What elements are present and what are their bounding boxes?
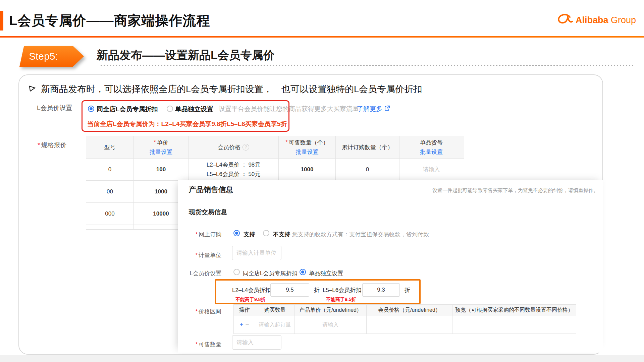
required-mark: * bbox=[195, 252, 198, 258]
dotted-divider bbox=[101, 65, 634, 66]
panel-title: 产品销售信息 bbox=[189, 185, 233, 195]
sellable-qty-input[interactable] bbox=[232, 335, 281, 350]
l5-discount-note: 不能高于9.5折 bbox=[326, 297, 356, 303]
col-price: *单价 批量设置 bbox=[134, 136, 189, 158]
l2-discount-suffix: 折 bbox=[314, 286, 320, 294]
model-cell bbox=[86, 225, 134, 230]
alibaba-mark-icon bbox=[557, 14, 573, 26]
member-price-l5: L5–L6会员价 ： 50元 bbox=[207, 170, 261, 178]
step-banner: Step5: bbox=[19, 46, 84, 67]
panel-warning: 设置一件起批可能导致零售买家下单，为避免不必要的纠纷，请慎重操作。 bbox=[432, 187, 598, 194]
sellable-qty-label: *可售数量 bbox=[178, 341, 221, 348]
col-member-price: 会员价格（元/undefined） bbox=[367, 305, 452, 316]
l2-discount-note: 不能高于9.8折 bbox=[235, 297, 265, 303]
col-member-price: 会员价格? bbox=[189, 136, 279, 158]
col-price-title: *单价 bbox=[154, 139, 168, 146]
spec-table-label: *规格报价 bbox=[38, 141, 66, 149]
batch-set-sellable-link[interactable]: 批量设置 bbox=[296, 148, 319, 156]
title-accent-bar bbox=[0, 11, 3, 31]
unit-label-text: 计量单位 bbox=[199, 252, 221, 258]
learn-more-label[interactable]: 了解更多 bbox=[357, 105, 382, 113]
model-cell: 00 bbox=[86, 181, 134, 202]
unit-price-input[interactable]: 请输入 bbox=[295, 316, 367, 334]
required-mark: * bbox=[38, 141, 40, 148]
col-item-no-label: 单品货号 bbox=[420, 139, 443, 146]
member-price-l2: L2–L4会员价 ： 98元 bbox=[207, 161, 261, 169]
logo-word-light: Group bbox=[611, 15, 636, 25]
slide: L会员专属价——商家端操作流程 Alibaba Group Step5: 新品发… bbox=[0, 0, 644, 362]
step-badge: Step5: bbox=[19, 46, 84, 67]
col-model: 型号 bbox=[86, 136, 134, 158]
radio-not-support[interactable] bbox=[263, 230, 269, 236]
col-ordered-label: 累计订购数量（个） bbox=[342, 143, 393, 151]
price-range-row: + − 请输入起订量 请输入 bbox=[234, 316, 576, 334]
l5-discount-suffix: 折 bbox=[405, 286, 410, 294]
product-sales-panel: 产品销售信息 设置一件起批可能导致零售买家下单，为避免不必要的纠纷，请慎重操作。… bbox=[178, 180, 603, 353]
operation-cell: + − bbox=[234, 316, 255, 334]
external-link-icon[interactable] bbox=[384, 105, 390, 113]
ordered-cell: 0 bbox=[336, 159, 399, 180]
spec-table-label-text: 规格报价 bbox=[41, 141, 66, 148]
member-setting-label: L会员价设置 bbox=[178, 269, 221, 277]
price-range-table: 操作 购买数量 产品单价（元/undefined） 会员价格（元/undefin… bbox=[233, 304, 576, 334]
unit-label: *计量单位 bbox=[178, 251, 221, 259]
batch-set-item-no-link[interactable]: 批量设置 bbox=[420, 148, 443, 156]
batch-set-price-link[interactable]: 批量设置 bbox=[150, 148, 172, 156]
col-sellable-title: *可售数量（个） bbox=[285, 139, 329, 146]
logo-word-bold: Alibaba bbox=[576, 15, 608, 25]
col-ordered: 累计订购数量（个） bbox=[336, 136, 399, 158]
discount-highlight-box: L2–L4会员折扣 折 L5–L6会员折扣 折 不能高于9.8折 不能高于9.5… bbox=[215, 279, 421, 304]
remove-row-button[interactable]: − bbox=[246, 321, 249, 328]
l5-discount-input[interactable] bbox=[362, 283, 400, 297]
required-mark: * bbox=[195, 341, 198, 348]
radio-independent-setting-label[interactable]: 单品独立设置 bbox=[175, 105, 213, 114]
learn-more-link[interactable]: 了解更多 bbox=[357, 105, 390, 113]
radio-support-selected[interactable] bbox=[233, 230, 240, 236]
online-order-label-text: 网上订购 bbox=[199, 231, 221, 238]
col-model-label: 型号 bbox=[104, 143, 116, 151]
shop-setting-label: L会员价设置 bbox=[37, 104, 72, 112]
page-bottom-strip bbox=[0, 355, 644, 362]
col-member-price-label: 会员价格 bbox=[218, 143, 240, 151]
col-member-price-title: 会员价格? bbox=[218, 143, 249, 151]
sellable-cell[interactable]: 1000 bbox=[279, 159, 336, 180]
model-cell: 000 bbox=[86, 203, 134, 225]
l2-discount-input[interactable] bbox=[270, 283, 309, 297]
member-price-cell bbox=[367, 316, 452, 334]
price-range-header: 操作 购买数量 产品单价（元/undefined） 会员价格（元/undefin… bbox=[234, 305, 576, 316]
radio-independent-setting[interactable] bbox=[167, 106, 173, 112]
current-discount-note: 当前全店L会员专属价为：L2–L4买家会员享9.8折L5–L6买家会员享5折 bbox=[87, 120, 287, 128]
intro-bullet: 新商品发布时，可以选择依照全店的L会员专属折扣设置， 也可以设置独特的L会员专属… bbox=[28, 83, 422, 95]
col-item-no: 单品货号 批量设置 bbox=[399, 136, 463, 158]
preview-cell bbox=[452, 316, 576, 334]
radio-independent-selected[interactable] bbox=[300, 269, 306, 275]
price-range-label: *价格区间 bbox=[178, 308, 221, 315]
col-sellable: *可售数量（个） 批量设置 bbox=[279, 136, 336, 158]
add-row-button[interactable]: + bbox=[239, 321, 243, 328]
radio-same-store-discount-label[interactable]: 同全店L会员专属折扣 bbox=[97, 105, 158, 114]
radio-same-store-discount-label[interactable]: 同全店L会员专属折扣 bbox=[243, 269, 297, 277]
header-divider bbox=[0, 36, 644, 38]
item-no-input[interactable]: 请输入 bbox=[399, 159, 463, 180]
radio-same-store-discount[interactable] bbox=[233, 269, 240, 275]
alibaba-logo: Alibaba Group bbox=[557, 14, 636, 26]
required-mark: * bbox=[195, 308, 198, 315]
radio-same-store-discount-selected[interactable] bbox=[88, 106, 94, 112]
alibaba-logo-text: Alibaba Group bbox=[576, 15, 636, 25]
col-unit-price: 产品单价（元/undefined） bbox=[295, 305, 367, 316]
col-preview: 预览（可根据买家采购的不同数量设置不同价格） bbox=[452, 305, 576, 316]
col-operation: 操作 bbox=[234, 305, 255, 316]
col-sellable-label: 可售数量（个） bbox=[289, 139, 329, 146]
unit-input[interactable] bbox=[232, 246, 281, 260]
step-title: 新品发布——设置新品L会员专属价 bbox=[97, 48, 275, 63]
spec-row-1: 0 100 L2–L4会员价 ： 98元 L5–L6会员价 ： 50元 1000… bbox=[86, 159, 464, 181]
radio-support-label[interactable]: 支持 bbox=[244, 231, 255, 238]
radio-independent-label[interactable]: 单品独立设置 bbox=[309, 269, 343, 277]
spec-table-header: 型号 *单价 批量设置 会员价格? *可售数量（个） 批量设置 累计订购数量（个… bbox=[86, 136, 464, 159]
radio-not-support-label[interactable]: 不支持 bbox=[273, 231, 290, 238]
price-cell[interactable]: 100 bbox=[134, 159, 189, 180]
buy-qty-input[interactable]: 请输入起订量 bbox=[255, 316, 295, 334]
required-mark: * bbox=[154, 139, 156, 146]
payment-methods-hint: 您支持的收款方式有：支付宝担保交易收款，货到付款 bbox=[292, 231, 429, 238]
help-icon[interactable]: ? bbox=[243, 144, 249, 150]
